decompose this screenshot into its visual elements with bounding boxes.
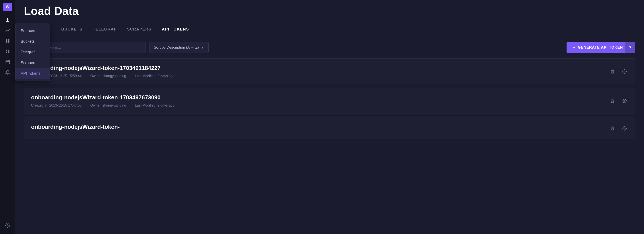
- sort-label: Sort by Description (A → Z): [154, 45, 199, 50]
- dropdown-item-sources[interactable]: Sources: [16, 26, 50, 36]
- settings-token-button[interactable]: [620, 67, 629, 76]
- generate-api-token-button[interactable]: + GENERATE API TOKEN ▼: [566, 42, 635, 53]
- token-actions: [608, 97, 629, 105]
- delete-token-button[interactable]: [608, 124, 617, 133]
- table-row: onboarding-nodejsWizard-token-1703491184…: [24, 58, 635, 84]
- sidebar-item-upload[interactable]: [3, 16, 12, 25]
- sidebar-item-calendar[interactable]: [3, 58, 12, 66]
- svg-rect-6: [8, 51, 9, 53]
- svg-rect-0: [6, 39, 8, 41]
- table-row: onboarding-nodejsWizard-token-: [24, 117, 635, 139]
- delete-token-button[interactable]: [608, 67, 617, 76]
- logo-letter: W: [6, 5, 10, 9]
- toolbar: Sort by Description (A → Z) ▼ + GENERATE…: [24, 42, 635, 53]
- tab-api-tokens[interactable]: API TOKENS: [157, 24, 194, 35]
- sidebar-item-template[interactable]: [3, 37, 12, 45]
- token-actions: [608, 124, 629, 133]
- svg-rect-1: [8, 39, 9, 41]
- tab-scrapers[interactable]: SCRAPERS: [122, 24, 157, 35]
- token-name: onboarding-nodejsWizard-token-: [31, 124, 628, 130]
- sidebar-item-settings[interactable]: [3, 221, 12, 230]
- sidebar-item-dashboard[interactable]: [3, 47, 12, 56]
- tab-buckets[interactable]: BUCKETS: [56, 24, 88, 35]
- svg-point-14: [624, 100, 625, 101]
- dropdown-item-scrapers[interactable]: Scrapers: [16, 58, 50, 68]
- sidebar-item-bell[interactable]: [3, 68, 12, 77]
- settings-token-button[interactable]: [620, 124, 629, 133]
- chevron-down-icon: ▼: [201, 46, 204, 49]
- settings-token-button[interactable]: [620, 97, 629, 105]
- sidebar: W: [0, 0, 15, 234]
- generate-label: GENERATE API TOKEN: [578, 45, 623, 50]
- svg-rect-2: [6, 41, 8, 43]
- token-last-modified: Last Modified: 2 days ago: [135, 74, 174, 78]
- dropdown-item-api-tokens[interactable]: API Tokens: [16, 68, 50, 79]
- app-logo[interactable]: W: [3, 3, 12, 11]
- dropdown-item-buckets[interactable]: Buckets: [16, 36, 50, 47]
- token-name: onboarding-nodejsWizard-token-1703491184…: [31, 65, 628, 72]
- generate-dropdown-caret[interactable]: ▼: [625, 42, 635, 53]
- svg-rect-5: [8, 50, 9, 51]
- svg-point-12: [7, 225, 8, 226]
- svg-point-15: [624, 128, 625, 129]
- token-name: onboarding-nodejsWizard-token-1703497673…: [31, 94, 628, 101]
- tab-telegraf[interactable]: TELEGRAF: [88, 24, 122, 35]
- token-created-at: Created at: 2023-12-25 17:47:53: [31, 104, 82, 107]
- token-meta: Created at: 2023-12-25 15:59:44 Owner: z…: [31, 74, 628, 78]
- tokens-list: onboarding-nodejsWizard-token-1703491184…: [24, 58, 635, 143]
- table-row: onboarding-nodejsWizard-token-1703497673…: [24, 88, 635, 114]
- sidebar-item-chart[interactable]: [3, 26, 12, 35]
- sort-button[interactable]: Sort by Description (A → Z) ▼: [149, 42, 209, 53]
- svg-point-13: [624, 71, 625, 72]
- dropdown-item-telegraf[interactable]: Telegraf: [16, 47, 50, 58]
- main-content: Load Data SOURCES BUCKETS TELEGRAF SCRAP…: [15, 0, 644, 234]
- svg-rect-7: [6, 52, 7, 53]
- tabs-bar: SOURCES BUCKETS TELEGRAF SCRAPERS API TO…: [24, 24, 635, 35]
- nav-dropdown-menu: Sources Buckets Telegraf Scrapers API To…: [15, 24, 50, 81]
- delete-token-button[interactable]: [608, 97, 617, 105]
- page-title: Load Data: [24, 4, 635, 18]
- token-last-modified: Last Modified: 2 days ago: [135, 104, 174, 107]
- token-owner: Owner: zhangyuanqing: [90, 104, 126, 107]
- token-owner: Owner: zhangyuanqing: [90, 74, 126, 78]
- plus-icon: +: [573, 45, 576, 50]
- svg-rect-3: [8, 41, 9, 43]
- svg-rect-8: [6, 60, 10, 64]
- token-actions: [608, 67, 629, 76]
- svg-rect-4: [6, 50, 7, 51]
- token-meta: Created at: 2023-12-25 17:47:53 Owner: z…: [31, 104, 628, 107]
